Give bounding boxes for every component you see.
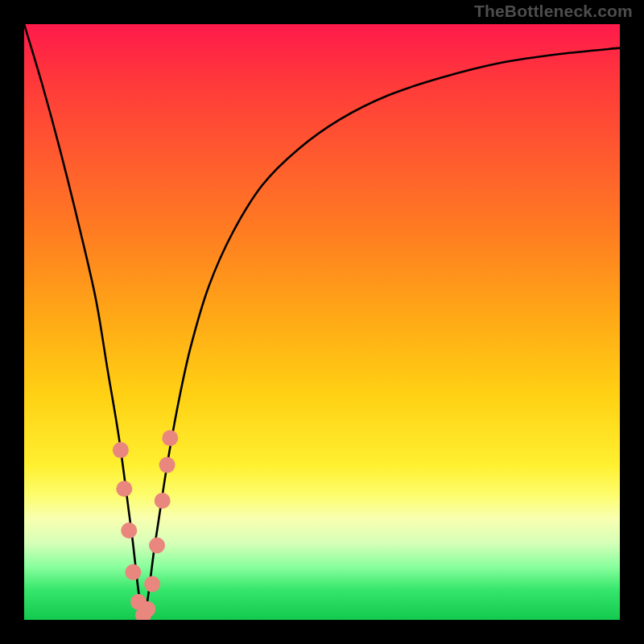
data-point-marker [155,493,171,509]
data-point-marker [116,481,132,497]
chart-frame [16,16,628,628]
data-point-marker [139,601,155,617]
data-point-marker [144,576,160,592]
data-point-marker [159,457,175,473]
plot-area [24,24,620,620]
data-point-marker [162,430,178,446]
data-point-marker [125,564,141,580]
data-point-marker [149,538,165,554]
bottleneck-curve [24,24,620,614]
curve-layer [24,24,620,620]
data-point-marker [121,522,137,539]
data-point-marker [113,442,129,458]
